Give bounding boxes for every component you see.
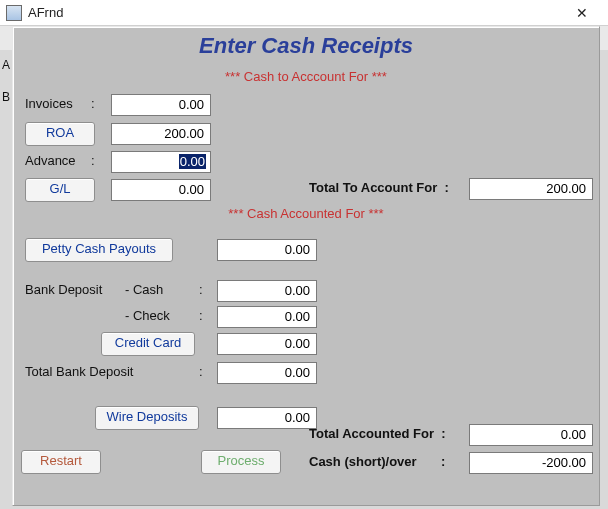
titlebar: AFrnd ✕ xyxy=(0,0,608,26)
close-icon: ✕ xyxy=(576,5,588,21)
cash-short-label: Cash (short)/over xyxy=(309,454,417,469)
wire-deposits-button[interactable]: Wire Deposits xyxy=(95,406,199,430)
wire-deposits-field[interactable]: 0.00 xyxy=(217,407,317,429)
window-title: AFrnd xyxy=(28,5,63,20)
section-cash-to-account: *** Cash to Acccount For *** xyxy=(13,69,599,84)
process-button[interactable]: Process xyxy=(201,450,281,474)
cash-short-field[interactable]: -200.00 xyxy=(469,452,593,474)
bg-letter: A xyxy=(2,58,10,72)
bank-check-field[interactable]: 0.00 xyxy=(217,306,317,328)
gl-button[interactable]: G/L xyxy=(25,178,95,202)
advance-field[interactable]: 0.00 xyxy=(111,151,211,173)
petty-cash-field[interactable]: 0.00 xyxy=(217,239,317,261)
section-cash-accounted: *** Cash Accounted For *** xyxy=(13,206,599,221)
restart-button[interactable]: Restart xyxy=(21,450,101,474)
cash-label: - Cash xyxy=(125,282,163,297)
page-title: Enter Cash Receipts xyxy=(13,33,599,59)
credit-card-field[interactable]: 0.00 xyxy=(217,333,317,355)
total-to-account-label: Total To Account For : xyxy=(309,180,449,195)
total-bank-deposit-field[interactable]: 0.00 xyxy=(217,362,317,384)
bg-letter: B xyxy=(2,90,10,104)
check-label: - Check xyxy=(125,308,170,323)
form-area: Invoices : 0.00 ROA 200.00 Advance : 0.0… xyxy=(13,90,599,509)
app-icon xyxy=(6,5,22,21)
form-panel: Enter Cash Receipts *** Cash to Acccount… xyxy=(12,26,600,506)
total-to-account-field[interactable]: 200.00 xyxy=(469,178,593,200)
credit-card-button[interactable]: Credit Card xyxy=(101,332,195,356)
invoices-field[interactable]: 0.00 xyxy=(111,94,211,116)
total-accounted-field[interactable]: 0.00 xyxy=(469,424,593,446)
total-bank-deposit-label: Total Bank Deposit xyxy=(25,364,133,379)
invoices-label: Invoices xyxy=(25,96,73,111)
close-button[interactable]: ✕ xyxy=(562,3,602,23)
roa-field[interactable]: 200.00 xyxy=(111,123,211,145)
bank-cash-field[interactable]: 0.00 xyxy=(217,280,317,302)
bank-deposit-label: Bank Deposit xyxy=(25,282,102,297)
gl-field[interactable]: 0.00 xyxy=(111,179,211,201)
roa-button[interactable]: ROA xyxy=(25,122,95,146)
app-window: AFrnd ✕ A B Enter Cash Receipts *** Cash… xyxy=(0,0,608,509)
petty-cash-button[interactable]: Petty Cash Payouts xyxy=(25,238,173,262)
total-accounted-label: Total Accounted For : xyxy=(309,426,446,441)
advance-label: Advance xyxy=(25,153,76,168)
